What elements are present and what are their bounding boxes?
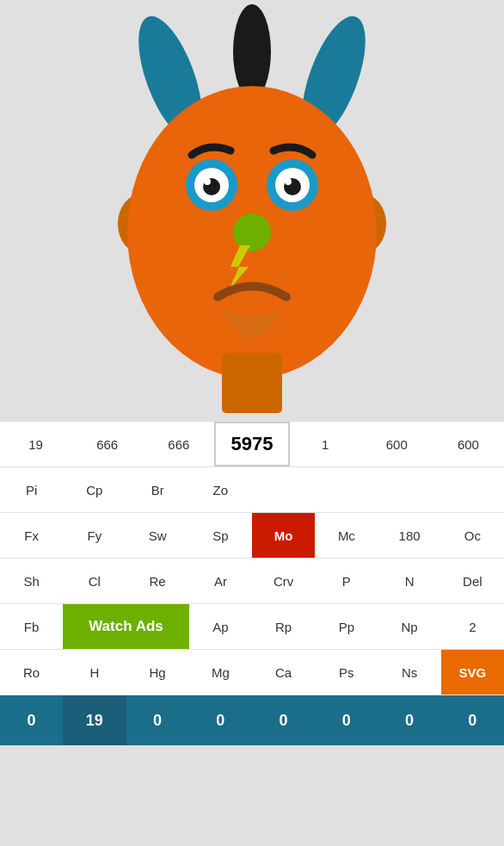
cell-600a: 600 (361, 422, 433, 466)
cell-mg: Mg (189, 650, 252, 695)
cell-mo[interactable]: Mo (252, 513, 315, 558)
bottom-0a: 0 (0, 695, 63, 745)
cell-h: H (63, 650, 126, 695)
cell-del: Del (441, 559, 504, 603)
cell-svg[interactable]: SVG (441, 650, 504, 695)
cell-sh: Sh (0, 559, 63, 603)
cell-re: Re (126, 559, 189, 603)
cell-ca: Ca (252, 650, 315, 695)
cell-sp: Sp (189, 513, 252, 558)
cell-600b: 600 (433, 422, 504, 466)
svg-point-14 (285, 178, 292, 185)
bottom-0e: 0 (315, 695, 378, 745)
cell-rp: Rp (252, 604, 315, 649)
cell-br: Br (126, 467, 189, 512)
cell-mc: Mc (315, 513, 378, 558)
svg-point-2 (233, 4, 271, 99)
cell-ar: Ar (189, 559, 252, 603)
cell-fb: Fb (0, 604, 63, 649)
cell-pp: Pp (315, 604, 378, 649)
row-numbers: 19 666 666 5975 1 600 600 (0, 422, 504, 467)
svg-point-13 (204, 178, 211, 185)
bottom-0b: 0 (126, 695, 189, 745)
cell-n: N (378, 559, 441, 603)
row-picpbrzo: Pi Cp Br Zo (0, 467, 504, 513)
cell-cp: Cp (63, 467, 126, 512)
cell-5975: 5975 (214, 422, 289, 466)
cell-666a: 666 (71, 422, 143, 466)
cell-fx: Fx (0, 513, 63, 558)
cell-cl: Cl (63, 559, 126, 603)
svg-point-15 (233, 213, 271, 251)
cell-pi: Pi (0, 467, 63, 512)
cell-empty3 (378, 467, 441, 512)
bottom-0d: 0 (252, 695, 315, 745)
row-ro: Ro H Hg Mg Ca Ps Ns SVG (0, 650, 504, 695)
bottom-0g: 0 (441, 695, 504, 745)
bottom-19: 19 (63, 695, 126, 745)
cell-ps: Ps (315, 650, 378, 695)
cell-ro: Ro (0, 650, 63, 695)
cell-empty2 (315, 467, 378, 512)
cell-crv: Crv (252, 559, 315, 603)
row-sh: Sh Cl Re Ar Crv P N Del (0, 559, 504, 604)
cell-sw: Sw (126, 513, 189, 558)
cell-empty4 (441, 467, 504, 512)
cell-ap: Ap (189, 604, 252, 649)
grid-area: 19 666 666 5975 1 600 600 Pi Cp Br Zo Fx… (0, 422, 504, 745)
cell-19: 19 (0, 422, 71, 466)
row-fb: Fb Watch Ads Ap Rp Pp Np 2 (0, 604, 504, 650)
cell-zo: Zo (189, 467, 252, 512)
watch-ads-button[interactable]: Watch Ads (63, 604, 189, 649)
row-fx: Fx Fy Sw Sp Mo Mc 180 Oc (0, 513, 504, 559)
cell-fy: Fy (63, 513, 126, 558)
cell-oc: Oc (441, 513, 504, 558)
bottom-row: 0 19 0 0 0 0 0 0 (0, 695, 504, 745)
cell-2: 2 (441, 604, 504, 649)
cell-empty1 (252, 467, 315, 512)
character-area (0, 0, 504, 422)
character-svg (71, 4, 433, 417)
cell-hg: Hg (126, 650, 189, 695)
cell-180: 180 (378, 513, 441, 558)
cell-p: P (315, 559, 378, 603)
svg-rect-6 (222, 353, 282, 413)
bottom-0c: 0 (189, 695, 252, 745)
cell-666b: 666 (143, 422, 214, 466)
cell-1: 1 (290, 422, 361, 466)
cell-ns: Ns (378, 650, 441, 695)
bottom-0f: 0 (378, 695, 441, 745)
cell-np: Np (378, 604, 441, 649)
